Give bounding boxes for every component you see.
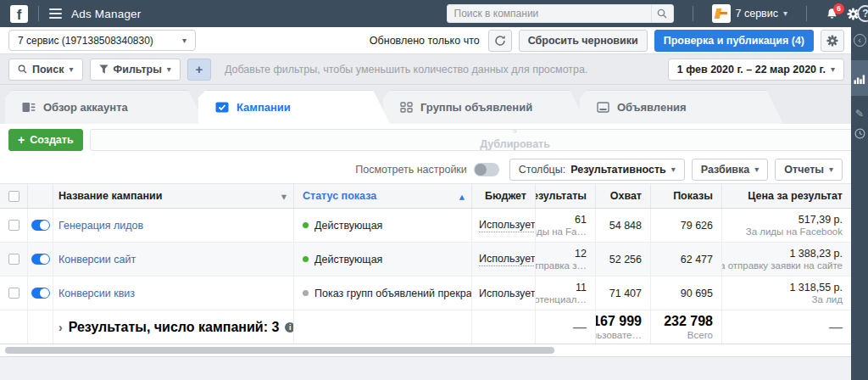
- column-header-label: Статус показа: [303, 190, 376, 202]
- caret-down-icon: ▾: [70, 65, 74, 74]
- campaign-active-toggle[interactable]: [31, 288, 50, 299]
- columns-prefix: Столбцы:: [519, 164, 565, 176]
- campaign-active-toggle[interactable]: [31, 254, 50, 265]
- column-header-name[interactable]: Название кампании ▾: [53, 184, 294, 208]
- divider: [806, 6, 807, 21]
- row-checkbox[interactable]: [8, 220, 19, 231]
- notification-badge: 6: [833, 3, 844, 14]
- user-account-menu[interactable]: 7 сервис ▾: [712, 4, 787, 23]
- impressions-value: 79 626: [681, 220, 713, 232]
- notifications-button[interactable]: 6: [826, 8, 838, 20]
- sidebar-item-edit[interactable]: ✎: [851, 108, 868, 120]
- filters-button[interactable]: Фильтры ▾: [90, 59, 181, 81]
- caret-down-icon: ▾: [182, 36, 186, 45]
- campaign-name-link[interactable]: Конверсии квиз: [58, 288, 135, 299]
- discard-drafts-button[interactable]: Сбросить черновики: [519, 30, 648, 52]
- column-header-budget[interactable]: Бюджет: [472, 184, 536, 208]
- status-dot: [303, 256, 309, 262]
- search-filter-label: Поиск: [32, 64, 64, 75]
- column-header-status[interactable]: Статус показа ▴: [294, 184, 472, 208]
- column-header-label: Бюджет: [485, 190, 526, 202]
- refresh-button[interactable]: [488, 30, 512, 52]
- sidebar-item-charts[interactable]: [851, 60, 868, 96]
- tab-campaigns[interactable]: Кампании: [198, 90, 390, 124]
- tab-account-overview[interactable]: Обзор аккаунта: [5, 90, 205, 124]
- budget-value[interactable]: Используется: [479, 253, 536, 266]
- updated-status: Обновлено только что: [370, 35, 480, 47]
- column-header-reach[interactable]: Охват: [596, 184, 651, 208]
- date-range-picker[interactable]: 1 фев 2020 г. – 22 мар 2020 г. ▾: [668, 59, 844, 81]
- column-header-cost[interactable]: Цена за результат: [722, 184, 851, 208]
- account-overview-icon: [22, 102, 36, 113]
- plus-icon: +: [18, 133, 25, 147]
- row-checkbox[interactable]: [8, 254, 19, 265]
- budget-value[interactable]: Используется: [479, 219, 536, 232]
- summary-impressions-sub: Всего: [687, 330, 713, 340]
- caret-down-icon: ▾: [754, 165, 759, 174]
- search-icon[interactable]: [651, 5, 673, 22]
- sidebar-item-history[interactable]: [851, 128, 868, 139]
- tab-ad-sets[interactable]: Группы объявлений: [383, 90, 587, 124]
- summary-label-group[interactable]: › Результаты, число кампаний: 3 i: [58, 320, 294, 335]
- column-header-label: Название кампании: [58, 190, 162, 202]
- reports-button[interactable]: Отчеты ▾: [775, 159, 843, 181]
- status-dot: [303, 290, 309, 296]
- discard-drafts-label: Сбросить черновики: [528, 35, 638, 47]
- campaign-name-link[interactable]: Генерация лидов: [58, 220, 143, 232]
- reach-value: 71 407: [609, 288, 642, 299]
- caret-down-icon[interactable]: ▾: [281, 190, 293, 203]
- ad-account-selector[interactable]: 7 сервис (197138508340830) ▾: [8, 30, 196, 51]
- tab-label: Группы объявлений: [420, 101, 532, 114]
- select-all-checkbox[interactable]: [8, 191, 19, 202]
- facebook-logo-icon[interactable]: f: [10, 5, 28, 23]
- collapse-sidebar-button[interactable]: ‹: [854, 34, 866, 47]
- duplicate-label: Дублировать: [480, 138, 550, 150]
- results-value: 11: [576, 282, 587, 293]
- column-header-impressions[interactable]: Показы: [651, 184, 722, 208]
- create-campaign-button[interactable]: + Создать: [8, 129, 83, 151]
- filters-label: Фильтры: [114, 64, 162, 75]
- refresh-icon: [494, 35, 506, 47]
- row-checkbox[interactable]: [8, 288, 19, 299]
- info-icon[interactable]: i: [285, 322, 294, 332]
- table-row[interactable]: Конверсии сайт Действующая Используется …: [0, 243, 851, 277]
- add-filter-button[interactable]: +: [187, 59, 211, 81]
- summary-label: Результаты, число кампаний: 3: [69, 320, 280, 335]
- hamburger-menu-icon[interactable]: [49, 8, 62, 19]
- reach-value: 54 848: [609, 220, 642, 232]
- search-input[interactable]: [448, 8, 651, 20]
- bottom-filler: [0, 356, 851, 380]
- help-button[interactable]: ?: [857, 5, 868, 22]
- summary-impressions: 232 798: [664, 314, 713, 329]
- caret-down-icon: ▾: [783, 9, 787, 18]
- search-filter-button[interactable]: Поиск ▾: [8, 59, 83, 81]
- table-row[interactable]: Конверсии квиз Показ групп объявлений пр…: [0, 277, 851, 310]
- table-header-row: Название кампании ▾ Статус показа ▴ Бюдж…: [0, 183, 851, 209]
- account-bar: 7 сервис (197138508340830) ▾ Обновлено т…: [0, 27, 851, 54]
- duplicate-button[interactable]: Дублировать: [90, 129, 868, 151]
- ads-manager-window: f Ads Manager 7 сервис ▾ 6: [0, 0, 868, 380]
- columns-button[interactable]: Столбцы: Результативность ▾: [509, 159, 685, 181]
- campaign-active-toggle[interactable]: [31, 220, 50, 231]
- clock-icon: [854, 128, 865, 139]
- chevron-right-icon: ›: [58, 321, 63, 334]
- view-settings-toggle[interactable]: [474, 163, 499, 176]
- review-publish-button[interactable]: Проверка и публикация (4): [654, 30, 814, 52]
- scrollbar-thumb[interactable]: [5, 347, 554, 354]
- reach-value: 52 256: [609, 254, 642, 265]
- table-row[interactable]: Генерация лидов Действующая Используется…: [0, 209, 851, 243]
- budget-value[interactable]: Использует…: [479, 288, 536, 299]
- column-header-results[interactable]: Результаты: [536, 184, 596, 208]
- right-sidebar: ‹ ✎: [851, 27, 868, 380]
- breakdown-button[interactable]: Разбивка ▾: [692, 159, 769, 181]
- summary-reach: 167 999: [596, 314, 642, 329]
- table-settings-button[interactable]: [821, 30, 844, 52]
- date-range-label: 1 фев 2020 г. – 22 мар 2020 г.: [677, 64, 826, 75]
- duplicate-split-button: Дублировать ▾: [90, 129, 868, 151]
- tabs-bar: Обзор аккаунта Кампании Группы объявлени…: [0, 85, 851, 124]
- campaign-name-link[interactable]: Конверсии сайт: [58, 254, 136, 265]
- tab-ads[interactable]: Объявления: [580, 90, 783, 124]
- gear-icon: [826, 35, 838, 47]
- results-sub: Потенциал…: [536, 294, 587, 305]
- column-header-label: Цена за результат: [748, 190, 843, 202]
